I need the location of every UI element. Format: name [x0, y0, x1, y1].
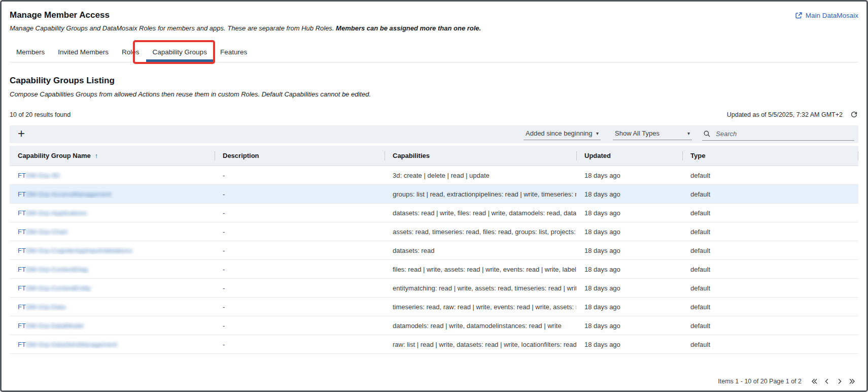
name-cell: FTDM-Grp-Chart [10, 228, 215, 236]
added-since-filter[interactable]: Added since beginning ▾ [524, 128, 601, 140]
description-cell: - [215, 284, 385, 292]
capabilities-cell: files: read | write, assets: read | writ… [385, 266, 576, 273]
capabilities-cell: entitymatching: read | write, assets: re… [385, 284, 576, 292]
previous-page-button[interactable] [822, 376, 832, 386]
last-page-button[interactable] [847, 376, 857, 386]
tab-capability-groups[interactable]: Capability Groups [146, 42, 214, 62]
table-row[interactable]: FTDM-Grp-ContextDiag - files: read | wri… [10, 260, 858, 279]
description-cell: - [215, 266, 385, 273]
table-row[interactable]: FTDM-Grp-Data - timeseries: read, raw: r… [10, 298, 858, 316]
capability-group-link[interactable]: FTDM-Grp-AccessManagement [18, 190, 111, 198]
name-cell: FTDM-Grp-3D [10, 172, 215, 179]
name-cell: FTDM-Grp-Applications [10, 209, 215, 217]
capability-group-name-visible: FT [18, 284, 26, 292]
column-header-capabilities[interactable]: Capabilities [385, 146, 576, 166]
capability-group-link[interactable]: FTDM-Grp-Chart [18, 228, 67, 236]
add-capability-group-button[interactable]: + [16, 127, 27, 141]
description-cell: - [215, 228, 385, 236]
updated-timestamp: Updated as of 5/5/2025, 7:32 AM GMT+2 [727, 111, 843, 118]
description-cell: - [215, 322, 385, 330]
pagination-items-text: Items 1 - 10 of 20 Page 1 of 2 [718, 378, 802, 385]
name-cell: FTDM-Grp-Data [10, 303, 215, 311]
capability-group-name-redacted: DM-Grp-DataSetsManagement [26, 341, 117, 348]
table-row[interactable]: FTDM-Grp-ContextEntity - entitymatching:… [10, 279, 858, 298]
tab-members[interactable]: Members [10, 42, 51, 62]
description-cell: - [215, 247, 385, 254]
capability-group-link[interactable]: FTDM-Grp-ContextEntity [18, 284, 91, 292]
capabilities-cell: datasets: read | write, files: read | wr… [385, 209, 576, 217]
capability-group-link[interactable]: FTDM-Grp-CogniteAppInputValidations [18, 247, 132, 254]
capability-group-name-visible: FT [18, 341, 26, 348]
capability-group-name-visible: FT [18, 247, 26, 254]
page-title: Manage Member Access [10, 10, 481, 20]
column-header-description[interactable]: Description [215, 146, 385, 166]
capability-group-name-redacted: DM-Grp-Data [26, 303, 65, 311]
description-cell: - [215, 303, 385, 311]
table-header-row: Capability Group Name ↑ Description Capa… [10, 146, 858, 166]
capability-group-name-redacted: DM-Grp-Applications [26, 209, 87, 217]
first-page-button[interactable] [809, 376, 819, 386]
capability-group-name-redacted: DM-Grp-AccessManagement [26, 190, 111, 198]
table-row[interactable]: FTDM-Grp-DataModel - datamodels: read | … [10, 316, 858, 335]
description-cell: - [215, 190, 385, 198]
capability-group-name-redacted: DM-Grp-Chart [26, 228, 67, 236]
type-cell: default [682, 209, 858, 217]
capability-group-link[interactable]: FTDM-Grp-ContextDiag [18, 266, 88, 273]
table-row[interactable]: FTDM-Grp-CogniteAppInputValidations - da… [10, 241, 858, 260]
table-row[interactable]: FTDM-Grp-AccessManagement - groups: list… [10, 185, 858, 204]
type-cell: default [682, 341, 858, 348]
column-header-name[interactable]: Capability Group Name ↑ [10, 146, 215, 166]
capabilities-cell: timeseries: read, raw: read | write, eve… [385, 303, 576, 311]
table-row[interactable]: FTDM-Grp-3D - 3d: create | delete | read… [10, 166, 858, 185]
capability-group-link[interactable]: FTDM-Grp-Applications [18, 209, 87, 217]
column-header-type[interactable]: Type [682, 146, 858, 166]
page-header: Manage Member Access Manage Capability G… [10, 10, 858, 32]
external-link-icon [795, 12, 803, 19]
capability-group-name-redacted: DM-Grp-ContextEntity [26, 284, 91, 292]
name-cell: FTDM-Grp-ContextDiag [10, 266, 215, 273]
results-count: 10 of 20 results found [10, 111, 71, 118]
main-datamosaix-link[interactable]: Main DataMosaix [795, 12, 858, 19]
capability-group-name-visible: FT [18, 322, 26, 330]
chevron-down-icon: ▾ [596, 130, 599, 136]
capability-group-name-redacted: DM-Grp-CogniteAppInputValidations [26, 247, 132, 254]
section-title: Capability Groups Listing [10, 76, 858, 86]
capability-group-name-visible: FT [18, 190, 26, 198]
chevron-down-icon: ▾ [687, 130, 690, 136]
capability-groups-table: Capability Group Name ↑ Description Capa… [10, 146, 858, 354]
type-cell: default [682, 247, 858, 254]
page-subtitle-bold-text: Members can be assigned more than one ro… [336, 24, 481, 32]
next-page-button[interactable] [835, 376, 845, 386]
added-since-filter-value: Added since beginning [526, 129, 593, 137]
capability-group-link[interactable]: FTDM-Grp-DataModel [18, 322, 83, 330]
table-row[interactable]: FTDM-Grp-Applications - datasets: read |… [10, 204, 858, 222]
table-row[interactable]: FTDM-Grp-DataSetsManagement - raw: list … [10, 335, 858, 354]
pagination-bar: Items 1 - 10 of 20 Page 1 of 2 [10, 376, 858, 386]
capabilities-cell: datasets: read [385, 247, 576, 254]
tab-features[interactable]: Features [214, 42, 254, 62]
updated-cell: 18 days ago [576, 341, 682, 348]
page-subtitle-text: Manage Capability Groups and DataMosaix … [10, 24, 336, 32]
capability-group-link[interactable]: FTDM-Grp-DataSetsManagement [18, 341, 117, 348]
tab-roles[interactable]: Roles [115, 42, 146, 62]
first-page-icon [810, 377, 819, 386]
updated-cell: 18 days ago [576, 190, 682, 198]
capabilities-cell: groups: list | read, extractionpipelines… [385, 190, 576, 198]
tab-invited-members[interactable]: Invited Members [51, 42, 115, 62]
capability-group-name-visible: FT [18, 266, 26, 273]
capability-group-name-redacted: DM-Grp-DataModel [26, 322, 83, 330]
refresh-button[interactable] [850, 110, 858, 119]
capability-group-link[interactable]: FTDM-Grp-3D [18, 172, 60, 179]
capability-group-name-visible: FT [18, 209, 26, 217]
name-cell: FTDM-Grp-DataModel [10, 322, 215, 330]
search-input[interactable] [715, 129, 853, 138]
updated-cell: 18 days ago [576, 284, 682, 292]
type-filter[interactable]: Show All Types ▾ [613, 128, 692, 140]
capability-group-link[interactable]: FTDM-Grp-Data [18, 303, 65, 311]
table-row[interactable]: FTDM-Grp-Chart - assets: read, timeserie… [10, 222, 858, 241]
tab-bar: MembersInvited MembersRolesCapability Gr… [10, 42, 858, 62]
capabilities-cell: 3d: create | delete | read | update [385, 172, 576, 179]
main-datamosaix-link-label: Main DataMosaix [806, 12, 858, 19]
type-cell: default [682, 303, 858, 311]
column-header-updated[interactable]: Updated [576, 146, 682, 166]
